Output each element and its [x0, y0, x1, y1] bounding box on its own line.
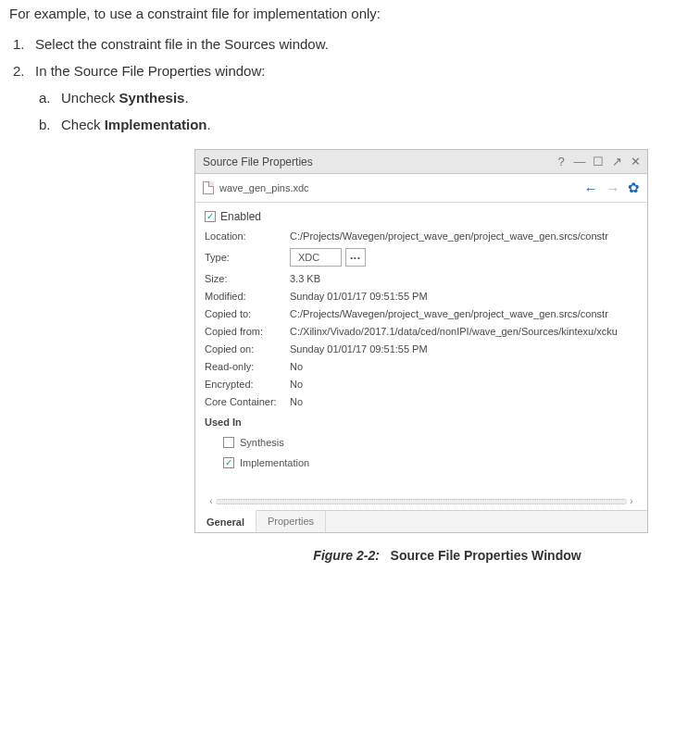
scroll-right-icon[interactable]: ›: [627, 496, 636, 506]
encrypted-row: Encrypted: No: [205, 379, 638, 390]
help-icon[interactable]: ?: [555, 156, 568, 168]
step-2b-pre: Check: [61, 117, 105, 132]
enabled-label: Enabled: [220, 210, 261, 223]
copied-from-value: C:/Xilinx/Vivado/2017.1/data/ced/nonIPI/…: [290, 326, 638, 337]
horizontal-scrollbar[interactable]: ‹ ›: [205, 496, 638, 506]
step-1: Select the constraint file in the Source…: [9, 36, 691, 52]
substeps: Uncheck Synthesis. Check Implementation.: [35, 90, 691, 132]
titlebar-icons: ? — ☐ ↗ ✕: [555, 156, 642, 168]
file-icon: [203, 181, 214, 194]
synthesis-checkbox-row[interactable]: Synthesis: [223, 437, 638, 448]
implementation-label: Implementation: [240, 457, 309, 468]
enabled-checkbox-row[interactable]: ✓ Enabled: [205, 210, 638, 223]
previous-arrow-icon[interactable]: ←: [583, 180, 598, 195]
size-value: 3.3 KB: [290, 273, 638, 284]
implementation-checkbox-row[interactable]: ✓ Implementation: [223, 457, 638, 468]
step-2b-post: .: [207, 117, 211, 132]
intro-text: For example, to use a constraint file fo…: [9, 6, 691, 21]
copied-to-row: Copied to: C:/Projects/Wavegen/project_w…: [205, 308, 638, 319]
maximize-icon[interactable]: ☐: [592, 156, 605, 168]
modified-row: Modified: Sunday 01/01/17 09:51:55 PM: [205, 291, 638, 302]
file-row: wave_gen_pins.xdc ← → ✿: [195, 174, 647, 203]
modified-label: Modified:: [205, 291, 290, 302]
read-only-value: No: [290, 361, 638, 372]
panel-titlebar: Source File Properties ? — ☐ ↗ ✕: [195, 150, 647, 174]
location-label: Location:: [205, 230, 290, 242]
bottom-tabs: General Properties: [195, 510, 647, 532]
source-file-properties-panel: Source File Properties ? — ☐ ↗ ✕ wave_ge…: [194, 149, 648, 533]
step-2: In the Source File Properties window: Un…: [9, 63, 691, 132]
ordered-steps: Select the constraint file in the Source…: [9, 36, 691, 132]
core-container-label: Core Container:: [205, 396, 290, 407]
scroll-track[interactable]: [216, 499, 627, 504]
step-2b: Check Implementation.: [35, 117, 691, 132]
type-field[interactable]: XDC: [290, 248, 342, 267]
float-icon[interactable]: ↗: [610, 156, 623, 168]
filename-text: wave_gen_pins.xdc: [219, 182, 309, 193]
scroll-left-icon[interactable]: ‹: [206, 496, 216, 506]
encrypted-label: Encrypted:: [205, 379, 290, 390]
next-arrow-icon[interactable]: →: [606, 180, 620, 195]
synthesis-checkbox[interactable]: [223, 437, 234, 448]
read-only-row: Read-only: No: [205, 361, 638, 372]
step-2b-bold: Implementation: [105, 117, 207, 132]
minimize-icon[interactable]: —: [573, 156, 586, 168]
type-row: Type: XDC •••: [205, 248, 638, 267]
location-row: Location: C:/Projects/Wavegen/project_wa…: [205, 230, 638, 242]
implementation-checkbox[interactable]: ✓: [223, 457, 234, 468]
encrypted-value: No: [290, 379, 638, 390]
step-2a: Uncheck Synthesis.: [35, 90, 691, 106]
step-2a-pre: Uncheck: [61, 90, 119, 106]
synthesis-label: Synthesis: [240, 437, 284, 448]
size-label: Size:: [205, 273, 290, 284]
step-2a-post: .: [184, 90, 188, 106]
settings-gear-icon[interactable]: ✿: [628, 180, 640, 196]
copied-to-label: Copied to:: [205, 308, 290, 319]
copied-from-label: Copied from:: [205, 326, 290, 337]
copied-to-value: C:/Projects/Wavegen/project_wave_gen/pro…: [290, 308, 638, 319]
tab-properties[interactable]: Properties: [256, 511, 326, 532]
size-row: Size: 3.3 KB: [205, 273, 638, 284]
copied-on-value: Sunday 01/01/17 09:51:55 PM: [290, 343, 638, 355]
read-only-label: Read-only:: [205, 361, 290, 372]
type-label: Type:: [205, 252, 290, 263]
copied-from-row: Copied from: C:/Xilinx/Vivado/2017.1/dat…: [205, 326, 638, 337]
figure-title: Source File Properties Window: [391, 548, 581, 563]
step-2-text: In the Source File Properties window:: [35, 63, 265, 79]
close-icon[interactable]: ✕: [629, 156, 642, 168]
type-browse-button[interactable]: •••: [345, 248, 366, 267]
figure-caption: Figure 2-2: Source File Properties Windo…: [194, 548, 700, 563]
panel-body: ✓ Enabled Location: C:/Projects/Wavegen/…: [195, 203, 647, 510]
copied-on-label: Copied on:: [205, 343, 290, 355]
enabled-checkbox[interactable]: ✓: [205, 211, 216, 222]
core-container-row: Core Container: No: [205, 396, 638, 407]
figure-number: Figure 2-2:: [313, 548, 380, 563]
panel-title: Source File Properties: [203, 156, 313, 168]
core-container-value: No: [290, 396, 638, 407]
copied-on-row: Copied on: Sunday 01/01/17 09:51:55 PM: [205, 343, 638, 355]
used-in-heading: Used In: [205, 417, 638, 428]
tab-general[interactable]: General: [195, 510, 256, 532]
step-2a-bold: Synthesis: [119, 90, 185, 106]
location-value: C:/Projects/Wavegen/project_wave_gen/pro…: [290, 230, 638, 242]
modified-value: Sunday 01/01/17 09:51:55 PM: [290, 291, 638, 302]
